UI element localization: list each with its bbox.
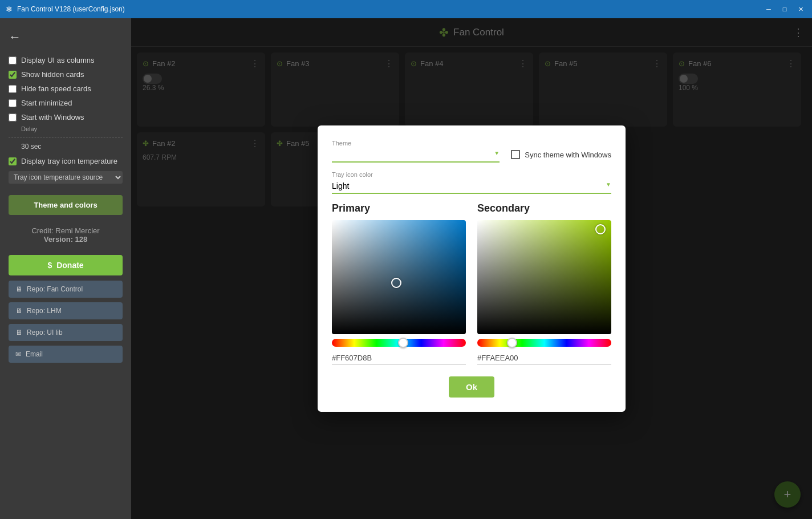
primary-color-section: Primary [332, 202, 466, 365]
theme-select[interactable] [332, 148, 500, 163]
primary-hue-slider-wrap [332, 339, 466, 347]
repo-ui-lib-label: Repo: UI lib [27, 329, 63, 336]
email-label: Email [26, 350, 43, 358]
primary-cursor [391, 278, 401, 288]
monitor-icon-2: 🖥 [15, 307, 22, 315]
sidebar-item-display-columns: Display UI as columns [0, 53, 131, 67]
credit-section: Credit: Remi Mercier Version: 128 [0, 218, 131, 252]
close-button[interactable]: ✕ [795, 3, 806, 15]
hide-fan-speed-checkbox[interactable] [9, 85, 17, 93]
tray-color-select-wrapper: Light Dark Auto [332, 179, 611, 194]
ok-button[interactable]: Ok [449, 376, 494, 398]
theme-colors-modal: Theme Sync theme with Windows [318, 125, 626, 412]
tray-icon-color-select[interactable]: Light Dark Auto [332, 179, 611, 194]
dollar-icon: $ [47, 261, 52, 270]
repo-lhm-label: Repo: LHM [27, 307, 62, 315]
repo-lhm-button[interactable]: 🖥 Repo: LHM [9, 302, 123, 319]
modal-theme-row: Theme Sync theme with Windows [332, 140, 611, 163]
version-label: Version: 128 [9, 235, 123, 244]
sync-checkbox[interactable] [511, 150, 520, 159]
sidebar-tray-source: Tray icon temperature source [0, 168, 131, 186]
modal-overlay[interactable]: Theme Sync theme with Windows [131, 18, 812, 519]
secondary-hex-input[interactable] [477, 351, 611, 365]
show-hidden-label[interactable]: Show hidden cards [21, 70, 84, 79]
sidebar-item-start-windows: Start with Windows [0, 110, 131, 124]
maximize-button[interactable]: □ [779, 3, 790, 15]
colors-row: Primary Secondary [332, 202, 611, 365]
theme-field: Theme [332, 140, 500, 163]
theme-label: Theme [332, 140, 500, 147]
secondary-hue-slider[interactable] [477, 339, 611, 347]
secondary-cursor [595, 224, 606, 234]
hide-fan-speed-label[interactable]: Hide fan speed cards [21, 84, 91, 93]
tray-temp-label[interactable]: Display tray icon temperature [21, 157, 117, 165]
delay-value: 30 sec [0, 142, 131, 154]
sidebar-item-tray-temp: Display tray icon temperature [0, 154, 131, 168]
donate-label: Donate [56, 261, 83, 270]
primary-hex-input[interactable] [332, 351, 466, 365]
repo-ui-lib-button[interactable]: 🖥 Repo: UI lib [9, 324, 123, 341]
repo-fan-control-label: Repo: Fan Control [27, 285, 83, 293]
start-windows-checkbox[interactable] [9, 113, 17, 121]
show-hidden-checkbox[interactable] [9, 71, 17, 79]
theme-colors-button[interactable]: Theme and colors [9, 195, 123, 215]
repo-fan-control-button[interactable]: 🖥 Repo: Fan Control [9, 281, 123, 298]
sidebar: ← Display UI as columns Show hidden card… [0, 18, 131, 519]
sync-row: Sync theme with Windows [511, 147, 611, 159]
modal-ok-row: Ok [332, 376, 611, 398]
display-columns-checkbox[interactable] [9, 56, 17, 64]
start-windows-label[interactable]: Start with Windows [21, 113, 84, 121]
secondary-hue-thumb[interactable] [507, 338, 517, 348]
tray-source-select[interactable]: Tray icon temperature source [9, 171, 123, 184]
secondary-color-section: Secondary [477, 202, 611, 365]
start-minimized-label[interactable]: Start minimized [21, 99, 72, 107]
delay-divider [9, 137, 123, 137]
app-icon: ❄ [6, 5, 13, 14]
sync-label[interactable]: Sync theme with Windows [525, 151, 611, 159]
email-icon: ✉ [15, 350, 21, 358]
secondary-hue-slider-wrap [477, 339, 611, 347]
credit-label: Credit: Remi Mercier [9, 226, 123, 235]
sidebar-item-show-hidden: Show hidden cards [0, 67, 131, 82]
back-button[interactable]: ← [0, 24, 131, 53]
primary-hue-thumb[interactable] [398, 338, 408, 348]
monitor-icon-1: 🖥 [15, 285, 22, 293]
sidebar-item-start-minimized: Start minimized [0, 96, 131, 110]
display-columns-label[interactable]: Display UI as columns [21, 56, 95, 64]
primary-label: Primary [332, 202, 466, 214]
titlebar-title: Fan Control V128 (userConfig.json) [17, 5, 763, 13]
monitor-icon-3: 🖥 [15, 329, 22, 336]
email-button[interactable]: ✉ Email [9, 346, 123, 363]
tray-icon-color-field: Tray icon color Light Dark Auto [332, 171, 611, 194]
titlebar: ❄ Fan Control V128 (userConfig.json) ─ □… [0, 0, 812, 18]
donate-button[interactable]: $ Donate [9, 255, 123, 275]
secondary-gradient[interactable] [477, 220, 611, 334]
primary-gradient[interactable] [332, 220, 466, 334]
delay-label: Delay [0, 124, 131, 136]
tray-temp-checkbox[interactable] [9, 157, 17, 165]
minimize-button[interactable]: ─ [763, 3, 774, 15]
main-content: ✤ Fan Control ⋮ ⊙ Fan #2 ⋮ [131, 18, 812, 519]
sidebar-item-hide-fan-speed: Hide fan speed cards [0, 82, 131, 96]
theme-select-wrapper [332, 148, 500, 163]
tray-icon-color-label: Tray icon color [332, 171, 611, 178]
start-minimized-checkbox[interactable] [9, 99, 17, 107]
primary-hue-slider[interactable] [332, 339, 466, 347]
titlebar-controls: ─ □ ✕ [763, 3, 806, 15]
secondary-label: Secondary [477, 202, 611, 214]
